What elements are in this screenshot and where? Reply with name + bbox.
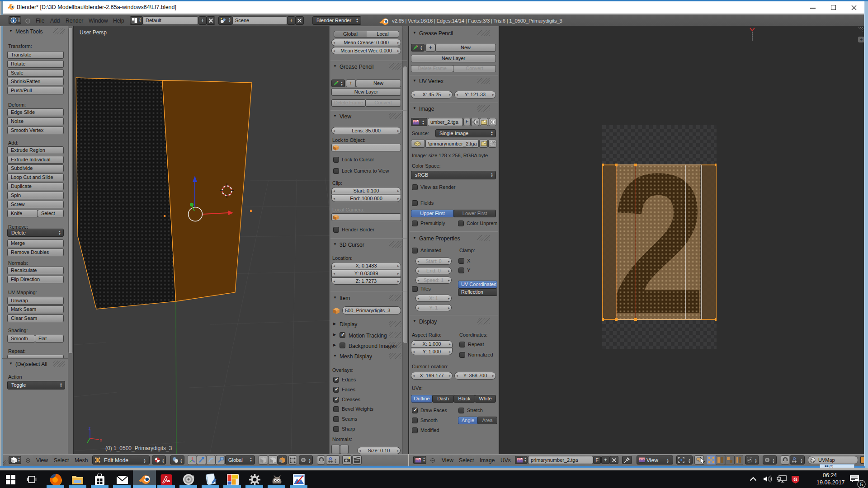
svg-text:x: x [100,438,102,442]
svg-text:G: G [793,477,797,482]
svg-text:5: 5 [860,482,863,487]
svg-text:z: z [89,427,91,431]
